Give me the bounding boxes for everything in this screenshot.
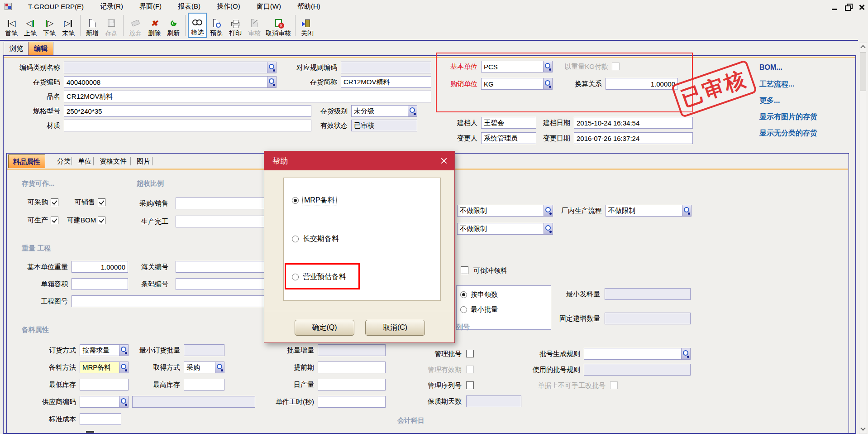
daily-field[interactable] <box>318 379 386 391</box>
max-stock-label: 最高库存 <box>148 379 180 391</box>
unaudit-button[interactable]: 取消审核 <box>264 13 293 38</box>
volume-field[interactable] <box>72 278 128 290</box>
inv-short-label: 存货简称 <box>290 76 337 88</box>
subtab-qualification[interactable]: 资格文件 <box>95 154 131 168</box>
manage-validity-checkbox[interactable] <box>466 366 474 373</box>
lookup-icon[interactable] <box>544 223 553 234</box>
menu-report[interactable]: 报表(B) <box>178 2 200 11</box>
save-button[interactable]: 存盘 <box>102 13 121 38</box>
spec-field[interactable]: 250*240*35 <box>64 105 311 117</box>
menu-interface[interactable]: 界面(F) <box>139 2 162 11</box>
level-field[interactable]: 未分级 <box>351 105 417 117</box>
last-record-button[interactable]: ▷ 末笔 <box>59 13 78 38</box>
lookup-icon[interactable] <box>408 106 417 116</box>
code-type-field[interactable] <box>64 62 277 73</box>
subtab-item-props[interactable]: 料品属性 <box>8 154 45 168</box>
ok-button[interactable]: 确定(Q) <box>295 320 354 336</box>
prod-done-field[interactable] <box>176 216 266 227</box>
preview-button[interactable]: 预览 <box>207 13 226 38</box>
scroll-down-arrow[interactable] <box>859 425 867 434</box>
prev-record-button[interactable]: ◁ 上笔 <box>21 13 40 38</box>
next-record-button[interactable]: ▷ 下笔 <box>40 13 59 38</box>
lookup-icon[interactable] <box>215 362 224 373</box>
print-button[interactable]: 打印 <box>226 13 245 38</box>
bom-checkbox[interactable] <box>98 217 105 224</box>
limit-a-field[interactable]: 不做限制 <box>457 205 553 217</box>
unit-weight-field[interactable]: 1.00000 <box>72 261 128 273</box>
barcode-field[interactable] <box>176 278 266 290</box>
lookup-icon[interactable] <box>119 345 128 356</box>
filter-button[interactable]: 筛选 <box>188 13 207 38</box>
cancel-button[interactable]: 取消(C) <box>365 320 425 336</box>
dialog-title-bar[interactable]: 帮助 <box>264 151 454 170</box>
prep-method-field[interactable]: MRP备料 <box>80 362 129 373</box>
buy-sell-field[interactable] <box>176 198 266 209</box>
lookup-icon[interactable] <box>267 62 276 73</box>
link-more[interactable]: 更多... <box>759 96 780 106</box>
radio-by-request[interactable]: 按申领数 <box>460 290 498 299</box>
rule-code-field[interactable] <box>341 62 431 73</box>
inv-code-field[interactable]: 400400008 <box>64 76 277 88</box>
buy-checkbox[interactable] <box>51 198 58 206</box>
discard-button[interactable]: 放弃 <box>126 13 145 38</box>
refresh-button[interactable]: 刷新 <box>164 13 183 38</box>
make-checkbox[interactable] <box>51 217 58 224</box>
link-process-flow[interactable]: 工艺流程... <box>759 80 794 89</box>
tab-edit[interactable]: 编辑 <box>28 42 53 55</box>
manage-batch-checkbox[interactable] <box>466 350 474 357</box>
close-button[interactable]: 关闭 <box>298 13 317 38</box>
no-manual-batch-checkbox[interactable] <box>610 381 618 389</box>
lookup-icon[interactable] <box>119 362 128 373</box>
manage-serial-checkbox[interactable] <box>466 381 474 389</box>
flow-field[interactable]: 不做限制 <box>606 205 692 217</box>
lookup-icon[interactable] <box>544 205 553 216</box>
sell-checkbox[interactable] <box>98 198 105 206</box>
obtain-field[interactable]: 采购 <box>184 362 224 373</box>
menu-help[interactable]: 帮助(H) <box>297 2 320 11</box>
lookup-icon[interactable] <box>682 205 691 216</box>
lookup-icon[interactable] <box>681 348 690 359</box>
audit-button[interactable]: 审核 <box>245 13 264 38</box>
order-mode-field[interactable]: 按需求量 <box>80 344 129 356</box>
batch-rule-field[interactable] <box>584 348 691 360</box>
inv-short-field[interactable]: CR12MOV精料 <box>341 76 431 88</box>
lookup-icon[interactable] <box>119 396 128 407</box>
field-value: 不做限制 <box>608 207 680 215</box>
menu-window[interactable]: 窗口(W) <box>257 2 281 11</box>
menu-operation[interactable]: 操作(O) <box>217 2 240 11</box>
link-show-with-image[interactable]: 显示有图片的存货 <box>759 112 817 122</box>
add-button[interactable]: 新增 <box>83 13 102 38</box>
limit-b-field[interactable]: 不做限制 <box>457 223 553 235</box>
material-field[interactable] <box>64 120 311 131</box>
name-field[interactable]: CR12MOV精料 <box>64 91 431 102</box>
customs-field[interactable] <box>176 261 266 273</box>
menu-record[interactable]: 记录(R) <box>100 2 123 11</box>
scroll-up-arrow[interactable] <box>859 43 867 51</box>
tab-browse[interactable]: 浏览 <box>4 42 29 55</box>
lookup-icon[interactable] <box>267 77 276 87</box>
std-cost-field[interactable] <box>80 413 121 425</box>
minimize-button[interactable] <box>830 4 840 11</box>
vertical-scrollbar[interactable] <box>859 43 867 434</box>
radio-min-batch[interactable]: 最小批量 <box>460 305 498 314</box>
delete-button[interactable]: 删除 <box>145 13 164 38</box>
option-long-lead[interactable]: 长交期备料 <box>292 234 339 244</box>
min-stock-field[interactable] <box>80 379 129 391</box>
link-bom[interactable]: BOM... <box>759 63 782 72</box>
subtab-image[interactable]: 图片 <box>132 154 155 168</box>
dialog-close-icon[interactable] <box>439 156 449 166</box>
backflush-checkbox[interactable] <box>461 266 468 274</box>
scroll-thumb[interactable] <box>860 52 866 91</box>
restore-button[interactable] <box>844 4 854 11</box>
link-show-unclassified[interactable]: 显示无分类的存货 <box>759 129 817 138</box>
option-mrp[interactable]: MRP备料 <box>292 195 336 206</box>
lead-field[interactable] <box>318 362 386 373</box>
first-record-button[interactable]: ◁ 首笔 <box>2 13 21 38</box>
subtab-unit[interactable]: 单位 <box>73 154 96 168</box>
close-window-button[interactable] <box>857 4 867 11</box>
menu-tgroup-erp[interactable]: T-GROUP ERP(E) <box>28 3 84 10</box>
unit-time-field[interactable] <box>318 396 386 408</box>
supplier-field[interactable] <box>80 396 129 408</box>
max-stock-field[interactable] <box>184 379 224 391</box>
next-record-icon: ▷ <box>45 17 54 29</box>
